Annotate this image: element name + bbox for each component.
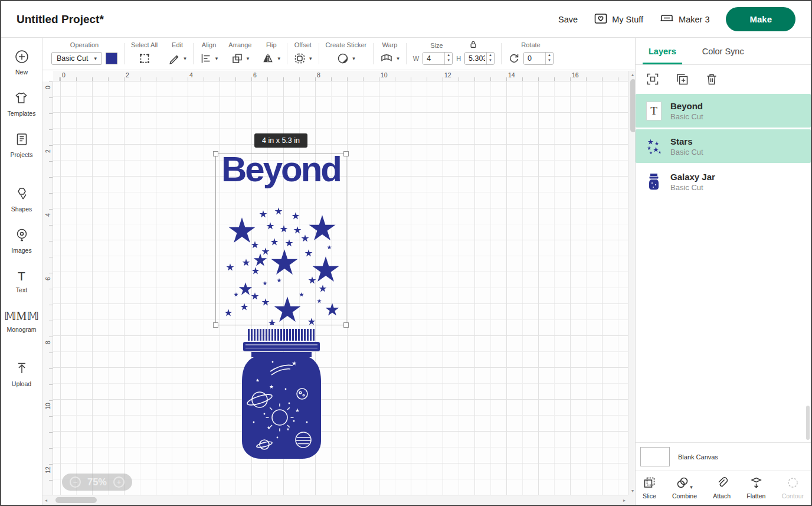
blank-canvas-label: Blank Canvas	[678, 453, 718, 461]
width-decrease[interactable]: ▼	[445, 58, 452, 63]
save-button[interactable]: Save	[558, 15, 578, 24]
color-swatch[interactable]	[106, 53, 117, 64]
sidebar-item-shapes[interactable]: Shapes	[11, 187, 32, 213]
width-increase[interactable]: ▲	[445, 53, 452, 58]
canvas-horizontal-scrollbar[interactable]: ◂ ▸	[42, 495, 628, 505]
scroll-up-arrow[interactable]: ▴	[631, 72, 634, 77]
align-button[interactable]	[200, 53, 212, 64]
layer-row-galaxy-jar[interactable]: Galaxy Jar Basic Cut	[636, 165, 811, 198]
select-layers-button[interactable]	[646, 73, 659, 87]
sidebar-item-upload[interactable]: Upload	[12, 361, 31, 387]
warp-button[interactable]	[380, 53, 393, 64]
panel-scroll-thumb[interactable]	[806, 406, 810, 440]
panel-tabs: Layers Color Sync	[636, 38, 811, 65]
flip-button[interactable]	[262, 53, 274, 64]
chevron-down-icon[interactable]: ▾	[309, 56, 312, 61]
size-label: Size	[430, 42, 443, 49]
zoom-in-button[interactable]: +	[113, 476, 125, 488]
select-all-group: Select All	[126, 40, 163, 67]
sidebar-item-text[interactable]: T Text	[16, 269, 27, 293]
duplicate-layer-button[interactable]	[676, 73, 689, 87]
arrange-label: Arrange	[228, 41, 251, 48]
size-group: Size W ▲▼ H ▲▼	[408, 40, 500, 67]
operation-label: Operation	[70, 41, 99, 48]
toolbar-divider	[319, 43, 319, 64]
tshirt-icon	[14, 91, 28, 107]
sidebar-item-new[interactable]: New	[15, 50, 29, 76]
make-button[interactable]: Make	[726, 7, 795, 31]
layer-row-beyond[interactable]: T Beyond Basic Cut	[636, 94, 811, 128]
chevron-down-icon[interactable]: ▾	[690, 484, 693, 490]
rotate-increase[interactable]: ▲	[546, 53, 553, 58]
rotate-input[interactable]	[524, 53, 545, 64]
save-label: Save	[558, 15, 578, 24]
sidebar-item-images[interactable]: Images	[11, 228, 31, 254]
sidebar-label: Templates	[8, 110, 36, 117]
blank-canvas-swatch[interactable]	[640, 447, 670, 466]
align-label: Align	[202, 41, 216, 48]
height-increase[interactable]: ▲	[487, 53, 494, 58]
chevron-down-icon[interactable]: ▾	[397, 56, 400, 61]
sidebar-item-monogram[interactable]: 𝕄︎M𝕄︎ Monogram	[4, 309, 39, 333]
layer-tools-bar: Slice ▾ Combine Attach Flatten Contour	[636, 471, 811, 505]
canvas-area: 0 2 4 6 8 10 12 14 16 0 2 4 6 8 10 12 Be…	[42, 71, 637, 505]
chevron-down-icon[interactable]: ▾	[184, 56, 186, 61]
operation-select[interactable]: Basic Cut ▾	[51, 52, 102, 65]
my-stuff-button[interactable]: My Stuff	[594, 13, 643, 26]
sidebar-label: Shapes	[11, 205, 32, 213]
toolbar-divider	[287, 43, 287, 64]
attach-button[interactable]: Attach	[713, 476, 731, 500]
scroll-right-arrow[interactable]: ▸	[623, 498, 626, 503]
height-decrease[interactable]: ▼	[487, 58, 494, 63]
chevron-down-icon[interactable]: ▾	[277, 56, 280, 61]
width-input[interactable]	[423, 53, 444, 64]
text-layer-icon: T	[645, 100, 663, 122]
delete-layer-button[interactable]	[705, 73, 718, 87]
blank-canvas-row[interactable]: Blank Canvas	[636, 442, 811, 471]
slice-button[interactable]: Slice	[643, 476, 656, 500]
header: Untitled Project* Save My Stuff Maker 3 …	[1, 1, 811, 38]
tab-color-sync[interactable]: Color Sync	[689, 38, 757, 64]
artwork-galaxy-jar[interactable]	[236, 328, 327, 462]
combine-button[interactable]: ▾ Combine	[672, 476, 697, 500]
sidebar-item-templates[interactable]: Templates	[8, 91, 36, 117]
combine-icon	[676, 476, 689, 490]
layer-name: Stars	[670, 136, 703, 146]
rotate-decrease[interactable]: ▼	[546, 58, 553, 63]
toolbar-divider	[406, 43, 407, 64]
tab-layers[interactable]: Layers	[636, 38, 689, 64]
create-sticker-group: Create Sticker ▾	[320, 40, 372, 67]
chevron-down-icon[interactable]: ▾	[215, 56, 218, 61]
layer-type: Basic Cut	[670, 183, 715, 192]
resize-handle-top-right[interactable]	[343, 151, 349, 156]
flatten-button[interactable]: Flatten	[746, 476, 765, 500]
arrange-button[interactable]	[231, 53, 243, 64]
resize-handle-bottom-right[interactable]	[343, 322, 349, 328]
scroll-left-arrow[interactable]: ◂	[45, 498, 47, 503]
edit-button[interactable]	[168, 53, 180, 64]
lock-icon[interactable]	[469, 40, 477, 51]
design-canvas[interactable]: Beyond	[53, 81, 628, 495]
scroll-down-arrow[interactable]: ▾	[631, 488, 634, 494]
selection-bounding-box[interactable]	[215, 154, 346, 325]
chevron-down-icon[interactable]: ▾	[352, 56, 355, 61]
offset-button[interactable]	[294, 53, 306, 64]
machine-selector[interactable]: Maker 3	[660, 13, 709, 25]
sidebar-item-projects[interactable]: Projects	[11, 132, 33, 158]
ruler-number: 12	[44, 465, 51, 475]
resize-handle-top-left[interactable]	[213, 151, 218, 156]
layer-row-stars[interactable]: Stars Basic Cut	[636, 129, 811, 163]
ruler-number: 4	[189, 71, 193, 79]
layer-actions	[636, 65, 811, 93]
horizontal-scroll-thumb[interactable]	[55, 497, 97, 503]
select-all-button[interactable]	[139, 53, 150, 64]
chevron-down-icon[interactable]: ▾	[247, 56, 250, 61]
create-sticker-button[interactable]	[337, 53, 349, 64]
select-all-label: Select All	[131, 41, 158, 48]
rotate-button[interactable]	[508, 53, 520, 64]
slice-icon	[643, 476, 656, 490]
height-input[interactable]	[465, 53, 486, 64]
layers-panel: Layers Color Sync T Beyond Basic Cut	[635, 38, 811, 505]
zoom-out-button[interactable]: −	[70, 476, 81, 488]
resize-handle-bottom-left[interactable]	[213, 322, 218, 328]
